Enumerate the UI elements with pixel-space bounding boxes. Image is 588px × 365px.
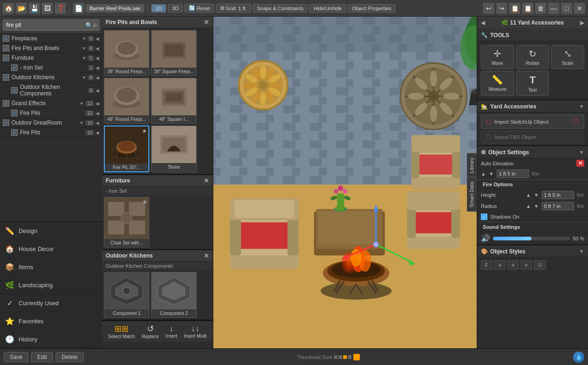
radius-down-btn[interactable]: ▼: [534, 203, 539, 209]
auto-elevation-toggle[interactable]: ✕: [576, 160, 584, 167]
nav-item-favorites[interactable]: ⭐ Favorites: [0, 312, 102, 330]
search-input[interactable]: [5, 21, 85, 29]
toolbar-icon-save[interactable]: 💾: [29, 3, 40, 14]
checkbox-fire-pits-bowls[interactable]: ✓: [3, 45, 9, 51]
toolbar-btn-obj-props[interactable]: Object Properties: [348, 4, 396, 13]
tool-btn-move[interactable]: ✛ Move: [481, 45, 514, 69]
tree-item-fire-pits-ge[interactable]: ✓ Fire Pits 12 ◀: [0, 108, 102, 118]
toolbar-icon-file[interactable]: 📄: [73, 3, 84, 14]
shadows-checkbox[interactable]: ✓: [481, 214, 487, 220]
toolbar-icon-redo[interactable]: ↪: [496, 3, 507, 14]
style-btn-align-left[interactable]: ≡: [494, 260, 505, 270]
select-match-btn[interactable]: ⊞⊞ Select Match: [108, 324, 135, 339]
prev-page-btn[interactable]: ◀: [481, 19, 485, 26]
checkbox-outdoor-greatroom[interactable]: ✓: [3, 120, 9, 126]
elevation-up-btn[interactable]: ▲: [481, 171, 486, 176]
toolbar-icon-help[interactable]: ❓: [55, 3, 66, 14]
close-furniture[interactable]: ✕: [204, 177, 209, 184]
toolbar-btn-snaps[interactable]: Snaps & Constraints: [253, 4, 307, 13]
tool-btn-text[interactable]: T Text: [516, 71, 550, 96]
insert-multi-btn[interactable]: ↓↓ Insert Multi: [184, 324, 207, 339]
edit-btn[interactable]: Edit: [31, 352, 53, 362]
lib-item-38-square[interactable]: 38" Square Firepi...: [151, 30, 197, 76]
import-fbx-btn[interactable]: ⬡ Import FBX Object: [481, 131, 584, 144]
toolbar-icon-copy[interactable]: 📋: [509, 3, 520, 14]
toolbar-icon-close[interactable]: ✕: [574, 3, 585, 14]
delete-btn[interactable]: Delete: [56, 352, 84, 362]
lib-item-kitchen-comp-2[interactable]: Component 2: [151, 272, 197, 318]
tree-item-outdoor-kitchen-components[interactable]: ✓ Outdoor Kitchen Components 6 ◀: [0, 82, 102, 99]
tool-btn-rotate[interactable]: ↻ Rotate: [516, 45, 550, 69]
toolbar-icon-paste[interactable]: 📋: [522, 3, 533, 14]
radius-input[interactable]: [542, 202, 574, 210]
lib-item-38-round[interactable]: 38" Round Firepi...: [104, 30, 149, 76]
style-btn-align-right[interactable]: ≡: [521, 260, 532, 270]
smart-data-tab[interactable]: Smart Data: [467, 177, 477, 212]
style-btn-u[interactable]: U: [534, 260, 546, 270]
lib-item-kitchen-comp-1[interactable]: Component 1: [104, 272, 149, 318]
height-up-btn[interactable]: ▲: [526, 192, 531, 198]
star-fire-pit-50[interactable]: ★: [142, 128, 147, 134]
close-fire-pits-bowls[interactable]: ✕: [204, 19, 209, 26]
clear-search-icon[interactable]: ⊘: [93, 22, 97, 28]
style-btn-f[interactable]: F: [481, 260, 492, 270]
tree-item-fire-pits-bowls[interactable]: ✓ Fire Pits and Bowls ▼ 6 ◀: [0, 44, 102, 53]
toolbar-btn-3d[interactable]: 3D: [168, 4, 183, 13]
toolbar-icon-image[interactable]: 🖼: [42, 3, 53, 14]
height-input[interactable]: [542, 191, 574, 199]
toolbar-icon-minimize[interactable]: —: [548, 3, 559, 14]
nav-item-landscaping[interactable]: 🌿 Landscaping: [0, 276, 102, 294]
tree-item-furniture[interactable]: ✓ Furniture ▼ 1 ◀: [0, 53, 102, 63]
nav-item-design[interactable]: ✏️ Design: [0, 222, 102, 240]
toolbar-btn-hide[interactable]: Hide/Unhide: [309, 4, 346, 13]
next-page-btn[interactable]: ▶: [580, 19, 584, 26]
nav-item-items[interactable]: 📦 Items: [0, 258, 102, 276]
save-btn[interactable]: Save: [4, 352, 28, 362]
toolbar-btn-2d[interactable]: 2D: [151, 4, 166, 13]
checkbox-fire-pits-ogr[interactable]: ✓: [11, 129, 18, 136]
checkbox-fire-pits-ge[interactable]: ✓: [11, 110, 18, 116]
tree-item-grand-effects[interactable]: ✓ Grand Effects ▼ 12 ◀: [0, 99, 102, 108]
viewport[interactable]: Library Smart Data: [213, 17, 477, 348]
tree-item-iron-set[interactable]: ✓ - Iron Set 1 ◀: [0, 63, 102, 73]
object-styles-expand[interactable]: ▼: [579, 248, 584, 255]
toolbar-btn-reset[interactable]: 🔄 Reset: [185, 4, 214, 13]
object-settings-expand[interactable]: ▼: [579, 149, 584, 156]
star-chair-set[interactable]: ★: [142, 199, 147, 205]
checkbox-iron-set[interactable]: ✓: [11, 64, 18, 71]
nav-item-house-decor[interactable]: 🏠 House Decor: [0, 240, 102, 258]
height-down-btn[interactable]: ▼: [534, 192, 539, 198]
toolbar-btn-grid[interactable]: ⊞ Grid: 1 ft.: [216, 4, 251, 13]
lib-item-48-round[interactable]: 48" Round Firepi...: [104, 78, 149, 124]
insert-btn[interactable]: ↓ Insert: [166, 324, 177, 339]
nav-item-history[interactable]: 🕐 History: [0, 330, 102, 348]
lib-item-48-square-i[interactable]: 48" Square I...: [151, 78, 197, 124]
elevation-down-btn[interactable]: ▼: [489, 171, 494, 176]
library-tab[interactable]: Library: [467, 153, 477, 177]
volume-slider[interactable]: [493, 237, 570, 240]
tool-btn-measure[interactable]: 📏 Measure: [481, 71, 514, 96]
thumbnail-slider[interactable]: [334, 355, 352, 359]
lib-item-fire-pit-50[interactable]: ★ Fire Pit, 50"...: [104, 126, 149, 172]
import-sketchup-btn[interactable]: ⬡ Import SketchUp Object ⬡: [481, 114, 584, 129]
elevation-input[interactable]: [497, 170, 529, 178]
nav-item-currently-used[interactable]: ✓ Currently Used: [0, 294, 102, 312]
tree-item-outdoor-kitchens[interactable]: ✓ Outdoor Kitchens ▼ 6 ◀: [0, 73, 102, 82]
toolbar-icon-undo[interactable]: ↩: [483, 3, 494, 14]
tree-item-outdoor-greatroom[interactable]: ✓ Outdoor GreatRoom ▼ 10 ◀: [0, 118, 102, 128]
tree-item-fire-pits-ogr[interactable]: ✓ Fire Pits 10 ◀: [0, 128, 102, 138]
toolbar-icon-new[interactable]: 🏠: [3, 3, 14, 14]
close-outdoor-kitchens[interactable]: ✕: [204, 252, 209, 259]
toolbar-icon-delete[interactable]: 🗑: [535, 3, 546, 14]
toolbar-icon-maximize[interactable]: □: [561, 3, 572, 14]
radius-up-btn[interactable]: ▲: [526, 203, 531, 209]
tool-btn-scale[interactable]: ⤡ Scale: [551, 45, 584, 69]
checkbox-outdoor-kitchens[interactable]: ✓: [3, 74, 9, 81]
replace-btn[interactable]: ↺ Replace: [142, 324, 159, 339]
tree-item-fireplaces[interactable]: ✓ Fireplaces ▼ 6 ◀: [0, 34, 102, 44]
lib-item-stone[interactable]: Stone: [151, 126, 197, 172]
checkbox-fireplaces[interactable]: ✓: [3, 35, 9, 42]
lib-item-chair-set[interactable]: ★ Chair Set with...: [104, 197, 149, 247]
toolbar-icon-open[interactable]: 📂: [16, 3, 27, 14]
search-icon[interactable]: 🔍: [85, 22, 93, 29]
